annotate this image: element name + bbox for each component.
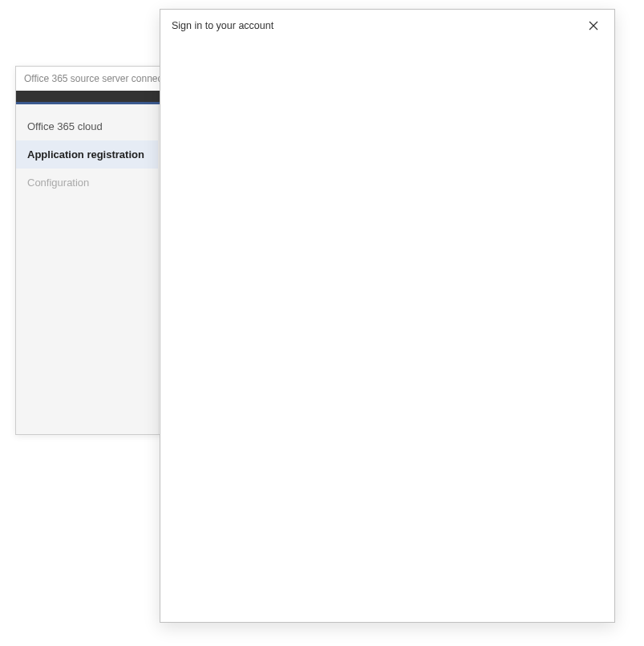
close-button[interactable] xyxy=(584,16,603,35)
sidebar-item-application-registration[interactable]: Application registration xyxy=(16,140,158,169)
sidebar-item-label: Office 365 cloud xyxy=(27,120,103,132)
dialog-header: Sign in to your account xyxy=(160,10,614,42)
dialog-title: Sign in to your account xyxy=(172,20,273,31)
sidebar: Office 365 cloud Application registratio… xyxy=(16,104,159,434)
sign-in-dialog: Sign in to your account xyxy=(160,9,615,623)
sidebar-item-office-365-cloud[interactable]: Office 365 cloud xyxy=(16,112,158,140)
sidebar-item-label: Configuration xyxy=(27,177,89,189)
sidebar-item-label: Application registration xyxy=(27,148,144,160)
background-window-title: Office 365 source server connection xyxy=(24,73,178,84)
close-icon xyxy=(589,21,598,30)
sidebar-item-configuration[interactable]: Configuration xyxy=(16,169,158,197)
